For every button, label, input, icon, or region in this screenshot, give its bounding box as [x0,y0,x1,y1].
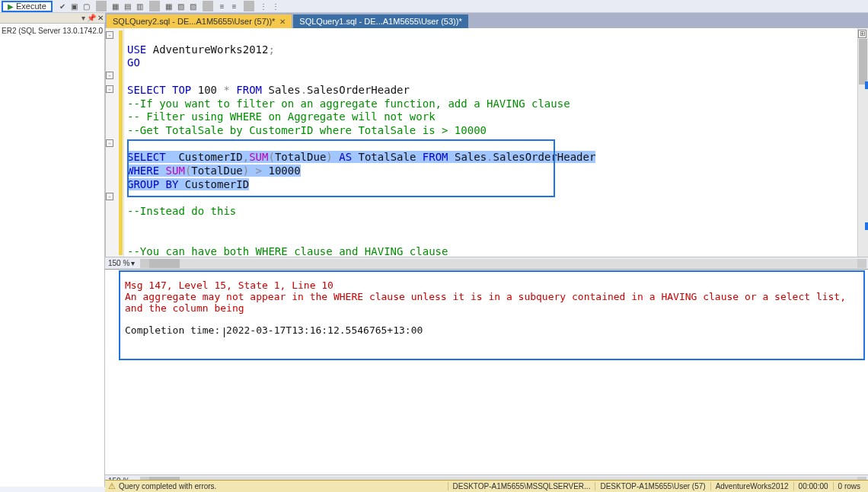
zoom-value[interactable]: 150 % [108,259,129,267]
status-server: DESKTOP-A1M5655\MSSQLSERVER... [448,482,595,490]
tab-query1[interactable]: SQLQuery1.sql - DE...A1M5655\User (53))* [293,14,468,28]
page-icon[interactable]: ▨ [188,1,199,11]
grid3-icon[interactable]: ▥ [135,1,145,11]
editor-footer: 150 % ▾ [105,257,868,269]
object-explorer[interactable]: ER2 (SQL Server 13.0.1742.0 - DESKTOP-A [0,24,105,487]
text-cursor [224,327,225,337]
error-header: Msg 147, Level 15, State 1, Line 10 [125,280,859,291]
scrollbar-thumb[interactable] [859,39,867,85]
execute-button[interactable]: ▶ Execute [2,1,53,12]
outline-collapse-icon[interactable]: - [106,31,113,39]
status-message: Query completed with errors. [119,482,216,490]
sql-editor[interactable]: -USE AdventureWorks2012; GO -SELECT TOP … [105,28,868,257]
grid2-icon[interactable]: ▤ [123,1,133,11]
status-bar: ⚠ Query completed with errors. DESKTOP-A… [105,480,868,492]
comment-icon[interactable]: ⋮ [258,1,269,11]
grid-icon[interactable]: ▦ [110,1,121,11]
table-icon[interactable]: ▦ [164,1,174,11]
editor-horizontal-scrollbar[interactable] [140,259,866,268]
document-tabs: SQLQuery2.sql - DE...A1M5655\User (57))*… [105,13,868,28]
indent-icon[interactable]: ≡ [217,1,228,11]
tab-label: SQLQuery2.sql - DE...A1M5655\User (57))* [113,17,275,26]
code-area[interactable]: -USE AdventureWorks2012; GO -SELECT TOP … [124,28,868,257]
change-marker [119,30,123,255]
zoom-dropdown-icon[interactable]: ▾ [131,259,139,267]
split-view-icon[interactable]: ⊞ [858,30,866,38]
messages-content: Msg 147, Level 15, State 1, Line 10 An a… [119,270,865,360]
scrollbar-marker [865,81,868,89]
error-text: An aggregate may not appear in the WHERE… [125,291,859,314]
status-time: 00:00:00 [793,482,833,490]
object-explorer-header: ▾ 📌 ✕ [0,13,105,24]
play-icon: ▶ [8,2,14,11]
tab-query2[interactable]: SQLQuery2.sql - DE...A1M5655\User (57))*… [107,14,292,28]
warning-icon: ⚠ [108,481,116,491]
outline-collapse-icon[interactable]: - [106,72,113,79]
execute-label: Execute [16,2,46,11]
main-toolbar: ▶ Execute ✔ ▣ ▢ ▦ ▤ ▥ ▦ ▧ ▨ ≡ ≡ ⋮ ⋮ [0,0,868,13]
tab-label: SQLQuery1.sql - DE...A1M5655\User (53))* [299,17,461,26]
check-icon[interactable]: ✔ [57,1,68,11]
outline-collapse-icon[interactable]: - [106,193,113,200]
pin-icon[interactable]: 📌 [87,14,96,22]
sheet-icon[interactable]: ▧ [176,1,187,11]
chevron-down-icon[interactable]: ▾ [81,14,85,22]
status-rows: 0 rows [833,482,865,490]
uncomment-icon[interactable]: ⋮ [270,1,281,11]
server-node[interactable]: ER2 (SQL Server 13.0.1742.0 - DESKTOP-A [0,24,104,38]
editor-vertical-scrollbar[interactable] [857,28,868,257]
completion-time: Completion time: 2022-03-17T13:16:12.554… [125,324,859,336]
toolbar-icons: ✔ ▣ ▢ ▦ ▤ ▥ ▦ ▧ ▨ ≡ ≡ ⋮ ⋮ [57,1,281,11]
messages-pane[interactable]: Msg 147, Level 15, State 1, Line 10 An a… [105,269,868,474]
close-tab-icon[interactable]: ✕ [279,18,286,26]
outline-collapse-icon[interactable]: - [106,85,113,93]
db2-icon[interactable]: ▢ [81,1,92,11]
status-user: DESKTOP-A1M5655\User (57) [595,482,710,490]
outline-collapse-icon[interactable]: - [106,139,113,147]
outdent-icon[interactable]: ≡ [229,1,240,11]
db-icon[interactable]: ▣ [69,1,80,11]
scrollbar-thumb[interactable] [149,259,180,268]
status-db: AdventureWorks2012 [710,482,793,490]
scrollbar-marker [865,222,868,230]
close-icon[interactable]: ✕ [97,14,104,22]
